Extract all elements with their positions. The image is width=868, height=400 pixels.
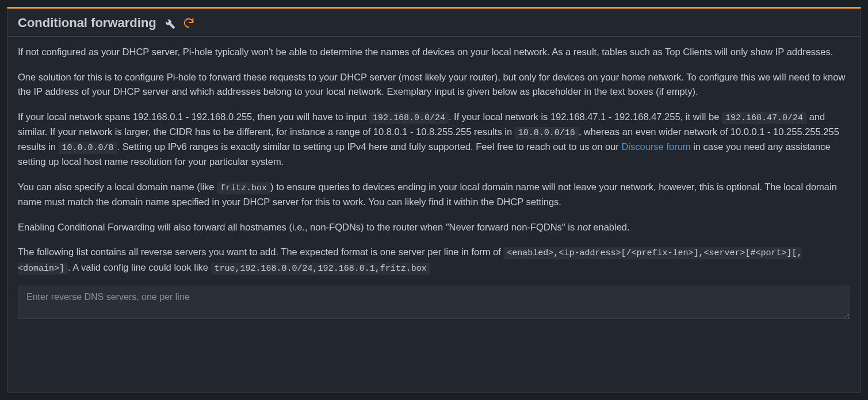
code-cidr-1: 192.168.0.0/24 bbox=[369, 112, 449, 124]
panel-header: Conditional forwarding bbox=[7, 9, 861, 37]
code-cidr-3: 10.8.0.0/16 bbox=[515, 127, 579, 139]
paragraph-intro-2: One solution for this is to configure Pi… bbox=[18, 70, 850, 99]
text: Enabling Conditional Forwarding will als… bbox=[18, 222, 578, 232]
text: If your local network spans 192.168.0.1 … bbox=[18, 111, 369, 122]
text: . Setting up IPv6 ranges is exactly simi… bbox=[117, 141, 622, 152]
text: . If your local network is 192.168.47.1 … bbox=[449, 111, 722, 122]
emphasis-not: not bbox=[578, 222, 591, 232]
text: The following list contains all reverse … bbox=[18, 247, 503, 257]
text: . A valid config line could look like bbox=[68, 262, 211, 272]
paragraph-cidr: If your local network spans 192.168.0.1 … bbox=[18, 110, 850, 170]
code-cidr-2: 192.168.47.0/24 bbox=[722, 112, 806, 124]
paragraph-fqdn: Enabling Conditional Forwarding will als… bbox=[18, 220, 850, 235]
code-fritzbox: fritz.box bbox=[217, 182, 270, 194]
code-example: true,192.168.0.0/24,192.168.0.1,fritz.bo… bbox=[211, 263, 430, 275]
refresh-icon[interactable] bbox=[182, 16, 196, 30]
paragraph-intro-1: If not configured as your DHCP server, P… bbox=[18, 45, 850, 60]
wrench-icon[interactable] bbox=[162, 16, 176, 30]
text: enabled. bbox=[591, 222, 630, 232]
discourse-forum-link[interactable]: Discourse forum bbox=[621, 141, 690, 152]
panel-body: If not configured as your DHCP server, P… bbox=[7, 37, 861, 393]
paragraph-domain: You can also specify a local domain name… bbox=[18, 180, 850, 210]
reverse-dns-servers-input[interactable] bbox=[18, 286, 850, 319]
conditional-forwarding-panel: Conditional forwarding If not configured… bbox=[7, 7, 861, 393]
panel-title: Conditional forwarding bbox=[18, 16, 156, 30]
code-cidr-4: 10.0.0.0/8 bbox=[59, 142, 117, 154]
text: You can also specify a local domain name… bbox=[18, 182, 217, 192]
paragraph-format: The following list contains all reverse … bbox=[18, 245, 850, 275]
